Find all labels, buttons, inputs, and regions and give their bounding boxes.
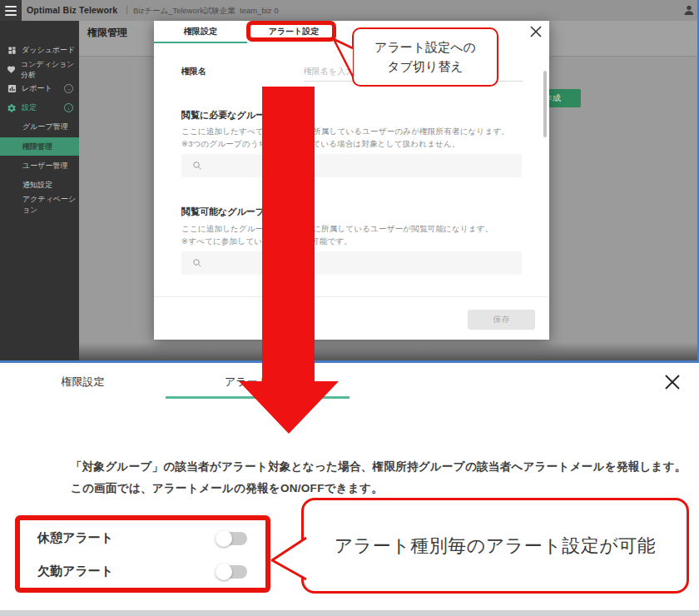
page-bottom-edge <box>0 610 699 616</box>
modal-footer-divider <box>154 296 549 297</box>
page-bottom-shadow <box>79 342 699 360</box>
viewable-group-desc1: ここに追加したグループのいずれかに所属しているユーザーが閲覧可能になります。 <box>181 224 534 235</box>
sidebar-item-label: 設定 <box>22 102 37 113</box>
active-tab-underline <box>154 42 247 43</box>
sidebar-item-permission-management[interactable]: 権限管理 <box>0 137 79 156</box>
settings-gear-icon <box>7 103 17 113</box>
viewable-group-search-input[interactable] <box>181 251 522 275</box>
top-bar: Optimal Biz Telework | Bizチーム_Telework試験… <box>0 0 699 21</box>
panel-tab-permission-settings[interactable]: 権限設定 <box>0 370 166 395</box>
callout-text-line2: タブ切り替え <box>387 57 463 77</box>
topbar-separator: | <box>126 4 128 14</box>
sidebar-item-condition[interactable]: コンディション分析 <box>0 61 79 78</box>
save-button[interactable]: 保存 <box>468 310 535 330</box>
organization-name: Bizチーム_Telework試験企業 <box>133 6 235 17</box>
required-group-desc2: ※3つのグループのうち2つに所属している場合は対象として扱われません。 <box>181 139 534 150</box>
annotation-tab-callout: アラート設定への タブ切り替え <box>352 27 498 87</box>
annotation-highlight-box-toggles <box>15 515 270 593</box>
alert-description-line2: この画面では、アラートメールの発報をON/OFFできます。 <box>71 481 383 496</box>
dashboard-icon <box>7 46 17 56</box>
sidebar-item-label: ダッシュボード <box>22 45 75 56</box>
tab-permission-settings[interactable]: 権限設定 <box>154 21 247 42</box>
condition-heart-icon <box>7 65 16 75</box>
sidebar-item-label: ユーザー管理 <box>22 161 67 171</box>
required-group-title: 閲覧に必要なグループ <box>181 109 274 122</box>
required-group-search-input[interactable] <box>181 154 522 177</box>
page-title: 権限管理 <box>87 26 127 40</box>
panel-active-tab-underline <box>166 396 350 399</box>
alert-description-line1: 「対象グループ」の該当者がアラート対象となった場合、権限所持グループの該当者へア… <box>71 460 687 474</box>
sidebar-item-report[interactable]: レポート → <box>0 80 79 97</box>
search-icon <box>192 258 202 268</box>
app-root: Optimal Biz Telework | Bizチーム_Telework試験… <box>0 0 699 616</box>
sidebar-item-group-management[interactable]: グループ管理 <box>0 118 79 136</box>
sidebar-item-label: グループ管理 <box>22 122 68 132</box>
user-icon[interactable] <box>682 3 696 17</box>
hamburger-menu-icon[interactable] <box>0 0 22 21</box>
sidebar-item-user-management[interactable]: ユーザー管理 <box>0 157 79 175</box>
logged-in-user: team_biz 0 <box>240 6 278 15</box>
callout-text: アラート種別毎のアラート設定が可能 <box>335 534 657 559</box>
arrow-right-circle-icon[interactable]: → <box>64 84 73 93</box>
sidebar-item-notification-settings[interactable]: 通知設定 <box>0 176 79 194</box>
close-icon[interactable] <box>663 373 683 393</box>
viewable-group-title: 閲覧可能なグループ <box>181 206 265 218</box>
sidebar-item-label: コンディション分析 <box>21 59 79 81</box>
arrow-down-circle-icon[interactable]: ↓ <box>64 103 73 112</box>
modal-scrollbar[interactable] <box>543 71 547 137</box>
app-title: Optimal Biz Telework <box>27 5 117 15</box>
report-icon <box>7 84 17 94</box>
callout-text-line1: アラート設定への <box>374 38 476 57</box>
annotation-highlight-box-tab <box>246 21 336 42</box>
sidebar-item-label: 通知設定 <box>22 180 52 191</box>
close-icon[interactable] <box>529 25 544 40</box>
search-icon <box>192 161 202 171</box>
sidebar-item-settings[interactable]: 設定 ↓ <box>0 99 79 117</box>
sidebar-item-label: アクティベーション <box>22 194 79 216</box>
required-group-desc1: ここに追加したすべてのグループに所属しているユーザーのみが権限所有者になります。 <box>181 127 534 137</box>
sidebar-item-label: レポート <box>22 83 52 94</box>
viewable-group-desc2: ※すべてに参加していなくても閲覧可能です。 <box>181 236 534 247</box>
sidebar-item-label: 権限管理 <box>22 142 52 152</box>
permission-name-label: 権限名 <box>181 66 206 77</box>
sidebar-item-activation[interactable]: アクティベーション <box>0 196 79 213</box>
annotation-toggle-callout: アラート種別毎のアラート設定が可能 <box>301 498 689 594</box>
sidebar: ダッシュボード コンディション分析 レポート → 設定 ↓ グループ管理 権限 <box>0 21 79 360</box>
panel-tab-alert-settings[interactable]: アラート設定 <box>166 370 350 395</box>
sidebar-item-dashboard[interactable]: ダッシュボード <box>0 42 79 59</box>
